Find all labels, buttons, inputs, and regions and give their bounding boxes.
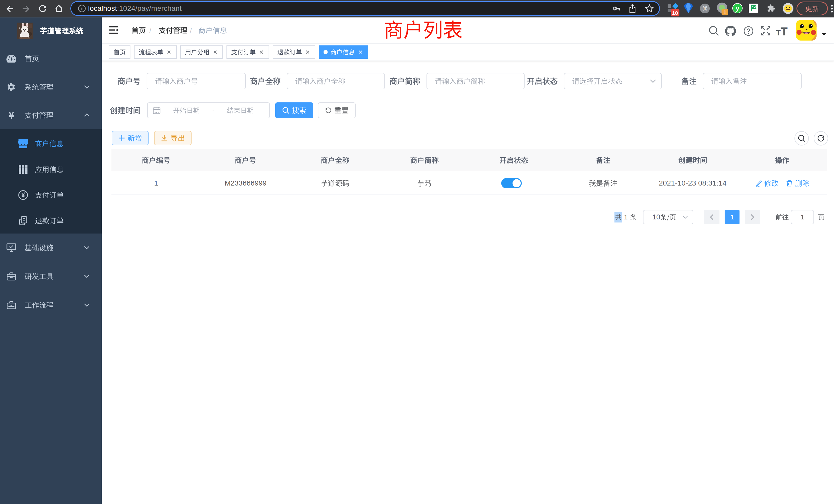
svg-text:⌘: ⌘	[702, 5, 708, 12]
svg-text:10: 10	[672, 10, 678, 16]
svg-text:y: y	[736, 4, 740, 12]
svg-text:1: 1	[723, 9, 726, 15]
